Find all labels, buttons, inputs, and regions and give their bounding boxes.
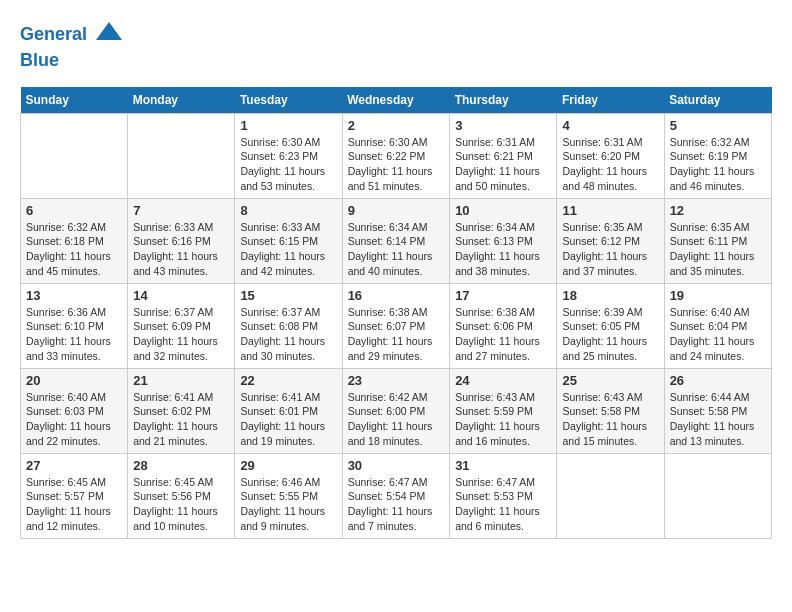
day-info: Sunrise: 6:35 AM Sunset: 6:12 PM Dayligh…: [562, 220, 658, 279]
calendar-cell: 27Sunrise: 6:45 AM Sunset: 5:57 PM Dayli…: [21, 453, 128, 538]
calendar-cell: 11Sunrise: 6:35 AM Sunset: 6:12 PM Dayli…: [557, 198, 664, 283]
day-number: 23: [348, 373, 445, 388]
day-info: Sunrise: 6:37 AM Sunset: 6:09 PM Dayligh…: [133, 305, 229, 364]
calendar-cell: 30Sunrise: 6:47 AM Sunset: 5:54 PM Dayli…: [342, 453, 450, 538]
day-info: Sunrise: 6:31 AM Sunset: 6:20 PM Dayligh…: [562, 135, 658, 194]
day-number: 14: [133, 288, 229, 303]
day-info: Sunrise: 6:44 AM Sunset: 5:58 PM Dayligh…: [670, 390, 766, 449]
calendar-cell: 6Sunrise: 6:32 AM Sunset: 6:18 PM Daylig…: [21, 198, 128, 283]
calendar-cell: 29Sunrise: 6:46 AM Sunset: 5:55 PM Dayli…: [235, 453, 342, 538]
day-info: Sunrise: 6:45 AM Sunset: 5:57 PM Dayligh…: [26, 475, 122, 534]
day-info: Sunrise: 6:47 AM Sunset: 5:53 PM Dayligh…: [455, 475, 551, 534]
calendar-cell: 22Sunrise: 6:41 AM Sunset: 6:01 PM Dayli…: [235, 368, 342, 453]
day-header-monday: Monday: [128, 87, 235, 114]
day-header-thursday: Thursday: [450, 87, 557, 114]
day-number: 30: [348, 458, 445, 473]
day-number: 7: [133, 203, 229, 218]
day-number: 4: [562, 118, 658, 133]
day-number: 10: [455, 203, 551, 218]
calendar-cell: 7Sunrise: 6:33 AM Sunset: 6:16 PM Daylig…: [128, 198, 235, 283]
calendar-cell: 3Sunrise: 6:31 AM Sunset: 6:21 PM Daylig…: [450, 113, 557, 198]
day-number: 12: [670, 203, 766, 218]
calendar-table: SundayMondayTuesdayWednesdayThursdayFrid…: [20, 87, 772, 539]
day-number: 15: [240, 288, 336, 303]
day-info: Sunrise: 6:46 AM Sunset: 5:55 PM Dayligh…: [240, 475, 336, 534]
day-number: 26: [670, 373, 766, 388]
calendar-cell: 16Sunrise: 6:38 AM Sunset: 6:07 PM Dayli…: [342, 283, 450, 368]
day-number: 16: [348, 288, 445, 303]
day-number: 18: [562, 288, 658, 303]
calendar-cell: 13Sunrise: 6:36 AM Sunset: 6:10 PM Dayli…: [21, 283, 128, 368]
calendar-cell: 15Sunrise: 6:37 AM Sunset: 6:08 PM Dayli…: [235, 283, 342, 368]
day-number: 29: [240, 458, 336, 473]
week-row-1: 1Sunrise: 6:30 AM Sunset: 6:23 PM Daylig…: [21, 113, 772, 198]
calendar-body: 1Sunrise: 6:30 AM Sunset: 6:23 PM Daylig…: [21, 113, 772, 538]
calendar-cell: 4Sunrise: 6:31 AM Sunset: 6:20 PM Daylig…: [557, 113, 664, 198]
calendar-cell: [664, 453, 771, 538]
day-info: Sunrise: 6:42 AM Sunset: 6:00 PM Dayligh…: [348, 390, 445, 449]
calendar-cell: 14Sunrise: 6:37 AM Sunset: 6:09 PM Dayli…: [128, 283, 235, 368]
page-header: General Blue: [20, 20, 772, 72]
day-header-tuesday: Tuesday: [235, 87, 342, 114]
day-number: 3: [455, 118, 551, 133]
svg-marker-0: [96, 22, 122, 40]
calendar-cell: 21Sunrise: 6:41 AM Sunset: 6:02 PM Dayli…: [128, 368, 235, 453]
day-header-friday: Friday: [557, 87, 664, 114]
day-info: Sunrise: 6:34 AM Sunset: 6:14 PM Dayligh…: [348, 220, 445, 279]
logo: General Blue: [20, 20, 124, 72]
day-info: Sunrise: 6:31 AM Sunset: 6:21 PM Dayligh…: [455, 135, 551, 194]
day-number: 22: [240, 373, 336, 388]
calendar-cell: 24Sunrise: 6:43 AM Sunset: 5:59 PM Dayli…: [450, 368, 557, 453]
day-number: 6: [26, 203, 122, 218]
day-info: Sunrise: 6:34 AM Sunset: 6:13 PM Dayligh…: [455, 220, 551, 279]
day-info: Sunrise: 6:41 AM Sunset: 6:02 PM Dayligh…: [133, 390, 229, 449]
day-info: Sunrise: 6:30 AM Sunset: 6:22 PM Dayligh…: [348, 135, 445, 194]
calendar-cell: 17Sunrise: 6:38 AM Sunset: 6:06 PM Dayli…: [450, 283, 557, 368]
day-info: Sunrise: 6:32 AM Sunset: 6:18 PM Dayligh…: [26, 220, 122, 279]
calendar-cell: 10Sunrise: 6:34 AM Sunset: 6:13 PM Dayli…: [450, 198, 557, 283]
day-info: Sunrise: 6:36 AM Sunset: 6:10 PM Dayligh…: [26, 305, 122, 364]
calendar-cell: [557, 453, 664, 538]
day-info: Sunrise: 6:30 AM Sunset: 6:23 PM Dayligh…: [240, 135, 336, 194]
day-number: 21: [133, 373, 229, 388]
calendar-cell: 1Sunrise: 6:30 AM Sunset: 6:23 PM Daylig…: [235, 113, 342, 198]
day-number: 11: [562, 203, 658, 218]
day-header-wednesday: Wednesday: [342, 87, 450, 114]
week-row-2: 6Sunrise: 6:32 AM Sunset: 6:18 PM Daylig…: [21, 198, 772, 283]
day-info: Sunrise: 6:40 AM Sunset: 6:03 PM Dayligh…: [26, 390, 122, 449]
calendar-cell: 25Sunrise: 6:43 AM Sunset: 5:58 PM Dayli…: [557, 368, 664, 453]
day-number: 25: [562, 373, 658, 388]
day-info: Sunrise: 6:38 AM Sunset: 6:06 PM Dayligh…: [455, 305, 551, 364]
calendar-cell: 9Sunrise: 6:34 AM Sunset: 6:14 PM Daylig…: [342, 198, 450, 283]
calendar-cell: 20Sunrise: 6:40 AM Sunset: 6:03 PM Dayli…: [21, 368, 128, 453]
calendar-cell: 23Sunrise: 6:42 AM Sunset: 6:00 PM Dayli…: [342, 368, 450, 453]
logo-blue: Blue: [20, 50, 59, 70]
day-number: 20: [26, 373, 122, 388]
calendar-cell: 12Sunrise: 6:35 AM Sunset: 6:11 PM Dayli…: [664, 198, 771, 283]
day-info: Sunrise: 6:45 AM Sunset: 5:56 PM Dayligh…: [133, 475, 229, 534]
calendar-cell: 18Sunrise: 6:39 AM Sunset: 6:05 PM Dayli…: [557, 283, 664, 368]
logo-icon: [94, 20, 124, 50]
calendar-cell: 26Sunrise: 6:44 AM Sunset: 5:58 PM Dayli…: [664, 368, 771, 453]
day-info: Sunrise: 6:41 AM Sunset: 6:01 PM Dayligh…: [240, 390, 336, 449]
week-row-4: 20Sunrise: 6:40 AM Sunset: 6:03 PM Dayli…: [21, 368, 772, 453]
day-info: Sunrise: 6:33 AM Sunset: 6:15 PM Dayligh…: [240, 220, 336, 279]
day-info: Sunrise: 6:43 AM Sunset: 5:59 PM Dayligh…: [455, 390, 551, 449]
week-row-3: 13Sunrise: 6:36 AM Sunset: 6:10 PM Dayli…: [21, 283, 772, 368]
day-number: 24: [455, 373, 551, 388]
day-info: Sunrise: 6:39 AM Sunset: 6:05 PM Dayligh…: [562, 305, 658, 364]
day-number: 1: [240, 118, 336, 133]
day-info: Sunrise: 6:40 AM Sunset: 6:04 PM Dayligh…: [670, 305, 766, 364]
day-number: 19: [670, 288, 766, 303]
day-number: 17: [455, 288, 551, 303]
day-info: Sunrise: 6:47 AM Sunset: 5:54 PM Dayligh…: [348, 475, 445, 534]
logo-text: General Blue: [20, 20, 124, 72]
calendar-cell: 8Sunrise: 6:33 AM Sunset: 6:15 PM Daylig…: [235, 198, 342, 283]
day-number: 27: [26, 458, 122, 473]
day-info: Sunrise: 6:35 AM Sunset: 6:11 PM Dayligh…: [670, 220, 766, 279]
day-number: 13: [26, 288, 122, 303]
calendar-cell: [21, 113, 128, 198]
calendar-cell: 5Sunrise: 6:32 AM Sunset: 6:19 PM Daylig…: [664, 113, 771, 198]
logo-general: General: [20, 24, 87, 44]
calendar-cell: [128, 113, 235, 198]
